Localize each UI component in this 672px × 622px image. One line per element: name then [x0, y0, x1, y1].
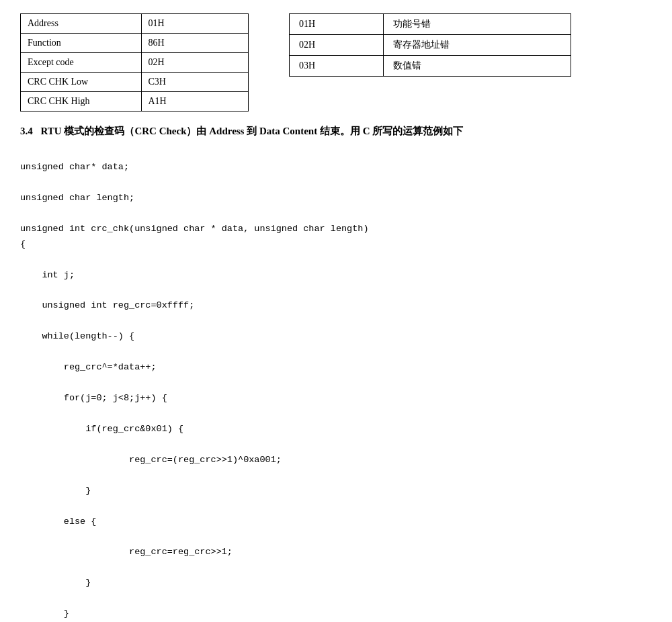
code-line: while(length--) {	[20, 329, 652, 345]
error-code: 03H	[290, 56, 384, 77]
error-code: 02H	[290, 35, 384, 56]
code-line: unsigned int reg_crc=0xffff;	[20, 298, 652, 314]
right-table: 01H功能号错02H寄存器地址错03H数值错	[289, 13, 571, 77]
code-line: else {	[20, 515, 652, 530]
row-label: Address	[21, 14, 142, 34]
top-section: Address01HFunction86HExcept code02HCRC C…	[20, 13, 652, 112]
row-label: Function	[21, 34, 142, 53]
code-line	[20, 375, 652, 391]
code-line	[20, 345, 652, 360]
code-line	[20, 283, 652, 298]
row-value: A1H	[141, 92, 249, 112]
code-line	[20, 175, 652, 191]
error-desc: 功能号错	[383, 14, 571, 35]
code-line: {	[20, 237, 652, 253]
error-desc: 数值错	[383, 56, 571, 77]
code-line: }	[20, 576, 652, 591]
row-value: C3H	[141, 73, 249, 92]
code-line	[20, 314, 652, 329]
code-line	[20, 529, 652, 545]
table-row: Function86H	[21, 34, 249, 53]
section-title: 3.4 RTU 模式的检查码（CRC Check）由 Address 到 Dat…	[20, 125, 652, 138]
row-value: 86H	[141, 34, 249, 53]
error-desc: 寄存器地址错	[383, 35, 571, 56]
row-label: Except code	[21, 53, 142, 73]
section-heading: RTU 模式的检查码（CRC Check）由 Address 到 Data Co…	[41, 126, 464, 136]
code-line: for(j=0; j<8;j++) {	[20, 391, 652, 406]
code-line: }	[20, 484, 652, 499]
code-line	[20, 437, 652, 453]
table-row: CRC CHK LowC3H	[21, 73, 249, 92]
row-label: CRC CHK High	[21, 92, 142, 112]
error-code: 01H	[290, 14, 384, 35]
code-line	[20, 253, 652, 268]
code-line: if(reg_crc&0x01) {	[20, 422, 652, 437]
code-line	[20, 468, 652, 484]
code-line	[20, 499, 652, 515]
code-line: reg_crc=reg_crc>>1;	[20, 545, 652, 560]
section-number: 3.4	[20, 126, 33, 136]
code-line: }	[20, 607, 652, 622]
left-table: Address01HFunction86HExcept code02HCRC C…	[20, 13, 249, 112]
row-label: CRC CHK Low	[21, 73, 142, 92]
right-table-container: 01H功能号错02H寄存器地址错03H数值错	[289, 13, 571, 112]
code-line: reg_crc=(reg_crc>>1)^0xa001;	[20, 453, 652, 468]
code-line: unsigned int crc_chk(unsigned char * dat…	[20, 222, 652, 237]
code-line: unsigned char length;	[20, 191, 652, 206]
table-row: 02H寄存器地址错	[290, 35, 571, 56]
code-block: unsigned char* data; unsigned char lengt…	[20, 144, 652, 622]
code-line	[20, 406, 652, 422]
code-line	[20, 591, 652, 607]
row-value: 01H	[141, 14, 249, 34]
code-line: reg_crc^=*data++;	[20, 360, 652, 375]
code-line	[20, 206, 652, 222]
table-row: 03H数值错	[290, 56, 571, 77]
table-row: 01H功能号错	[290, 14, 571, 35]
left-table-container: Address01HFunction86HExcept code02HCRC C…	[20, 13, 249, 112]
code-line	[20, 560, 652, 576]
table-row: Except code02H	[21, 53, 249, 73]
table-row: CRC CHK HighA1H	[21, 92, 249, 112]
code-line: int j;	[20, 268, 652, 283]
code-line: unsigned char* data;	[20, 160, 652, 175]
table-row: Address01H	[21, 14, 249, 34]
row-value: 02H	[141, 53, 249, 73]
